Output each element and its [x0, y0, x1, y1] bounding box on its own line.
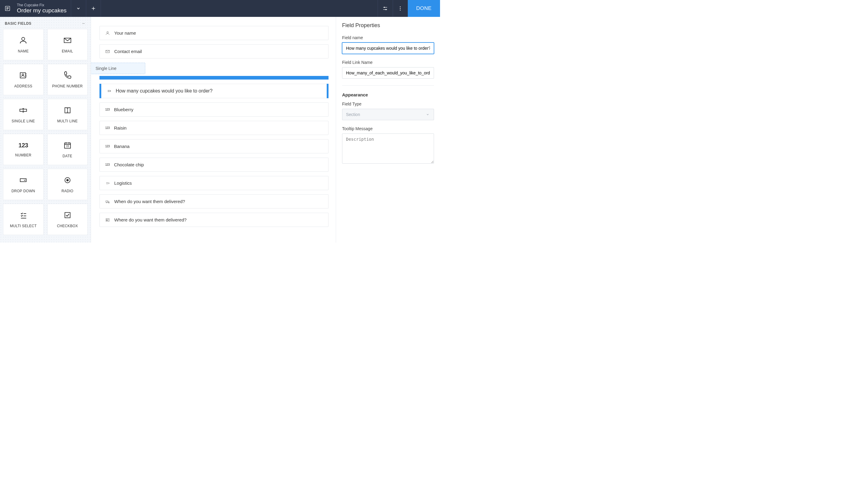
form-field-label: Your name — [114, 30, 136, 36]
radio-icon — [63, 176, 72, 185]
calendar-icon — [63, 141, 72, 150]
form-field[interactable]: 123Chocolate chip — [99, 158, 329, 172]
contact-card-icon — [19, 71, 28, 80]
palette-item-date[interactable]: DATE — [47, 134, 88, 165]
palette-item-label: PHONE NUMBER — [52, 84, 83, 88]
title-block: The Cupcake Fix Order my cupcakes — [15, 3, 71, 14]
add-form-button[interactable] — [86, 0, 101, 17]
multiselect-icon — [19, 211, 28, 220]
palette-item-label: CHECKBOX — [57, 224, 78, 228]
drag-ghost: Single Line — [91, 63, 145, 74]
form-switcher-dropdown[interactable] — [71, 0, 86, 17]
palette-item-multi-line[interactable]: MULTI LINE — [47, 99, 88, 130]
appearance-heading: Appearance — [342, 92, 434, 97]
mail-icon — [63, 36, 72, 45]
kebab-icon — [397, 5, 404, 12]
drag-ghost-label: Single Line — [96, 66, 116, 71]
palette-section-title: BASIC FIELDS — [5, 22, 31, 26]
number-123-icon: 123 — [19, 142, 28, 149]
palette-item-drop-down[interactable]: DROP DOWN — [3, 169, 44, 200]
form-field-selected[interactable]: How many cupcakes would you like to orde… — [99, 84, 329, 98]
app-header: The Cupcake Fix Order my cupcakes DONE — [0, 0, 440, 17]
palette-item-label: MULTI SELECT — [10, 224, 37, 228]
form-field-label: When do you want them delivered? — [114, 199, 185, 204]
field-link-name-input[interactable] — [342, 67, 434, 78]
divider — [342, 85, 434, 86]
form-field-label: Blueberry — [114, 107, 133, 112]
number-123-icon: 123 — [105, 144, 110, 148]
single-line-icon — [19, 106, 28, 115]
address-card-icon — [105, 218, 110, 222]
section-icon — [105, 181, 110, 186]
chevron-down-icon — [75, 5, 82, 12]
palette-item-label: NUMBER — [15, 153, 31, 157]
minus-icon — [81, 21, 86, 26]
form-field-label: Raisin — [114, 125, 127, 130]
plus-icon — [90, 5, 97, 12]
palette-item-checkbox[interactable]: CHECKBOX — [47, 204, 88, 235]
palette-item-radio[interactable]: RADIO — [47, 169, 88, 200]
form-field-label: Where do you want them delivered? — [114, 217, 187, 222]
field-name-input[interactable] — [342, 42, 434, 54]
properties-panel: Field Properties Field name Field Link N… — [336, 17, 440, 243]
palette-item-label: RADIO — [61, 189, 73, 193]
field-palette: BASIC FIELDS NAMEEMAILADDRESSPHONE NUMBE… — [0, 17, 91, 243]
form-field[interactable]: Your name — [99, 26, 329, 40]
palette-item-single-line[interactable]: SINGLE LINE — [3, 99, 44, 130]
form-field[interactable]: Logistics — [99, 176, 329, 190]
palette-item-number[interactable]: 123NUMBER — [3, 134, 44, 165]
section-icon — [107, 89, 112, 93]
chevron-down-icon — [425, 112, 430, 117]
palette-item-label: DROP DOWN — [11, 189, 35, 193]
palette-item-label: NAME — [18, 49, 29, 53]
form-field[interactable]: 123Blueberry — [99, 102, 329, 117]
form-field[interactable]: Where do you want them delivered? — [99, 213, 329, 227]
field-name-label: Field name — [342, 35, 434, 40]
form-field-label: Banana — [114, 144, 130, 149]
tooltip-message-label: Tooltip Message — [342, 126, 434, 131]
single-line-icon — [91, 66, 91, 71]
palette-item-label: SINGLE LINE — [12, 119, 35, 123]
palette-section-header[interactable]: BASIC FIELDS — [3, 20, 88, 29]
palette-item-label: ADDRESS — [14, 84, 32, 88]
form-field-label: Contact email — [114, 49, 142, 54]
form-field-label: How many cupcakes would you like to orde… — [116, 88, 213, 94]
palette-item-email[interactable]: EMAIL — [47, 29, 88, 60]
form-canvas[interactable]: Your nameContact emailSingle Line How ma… — [91, 17, 336, 243]
done-button-label: DONE — [416, 5, 432, 11]
phone-icon — [63, 71, 72, 80]
selection-indicator — [327, 84, 329, 98]
form-field-label: Chocolate chip — [114, 162, 144, 167]
user-icon — [19, 36, 28, 45]
form-field[interactable]: 123Banana — [99, 139, 329, 153]
done-button[interactable]: DONE — [408, 0, 440, 17]
more-menu-button[interactable] — [393, 0, 408, 17]
checkbox-icon — [63, 211, 72, 220]
form-field[interactable]: 123Raisin — [99, 121, 329, 135]
number-123-icon: 123 — [105, 126, 110, 130]
field-type-select[interactable]: Section — [342, 109, 434, 120]
field-type-label: Field Type — [342, 101, 434, 106]
truck-clock-icon — [105, 199, 110, 204]
form-settings-button[interactable] — [378, 0, 393, 17]
form-field[interactable]: Contact email — [99, 44, 329, 59]
number-123-icon: 123 — [105, 108, 110, 111]
palette-item-multi-select[interactable]: MULTI SELECT — [3, 204, 44, 235]
mail-icon — [105, 49, 110, 54]
user-icon — [105, 31, 110, 36]
number-123-icon: 123 — [105, 163, 110, 166]
drop-indicator — [99, 76, 329, 79]
palette-item-name[interactable]: NAME — [3, 29, 44, 60]
form-field[interactable]: When do you want them delivered? — [99, 194, 329, 208]
palette-item-label: EMAIL — [62, 49, 73, 53]
palette-item-address[interactable]: ADDRESS — [3, 64, 44, 95]
properties-title: Field Properties — [342, 22, 434, 29]
multi-line-icon — [63, 106, 72, 115]
palette-item-phone-number[interactable]: PHONE NUMBER — [47, 64, 88, 95]
sliders-icon — [382, 5, 389, 12]
field-link-name-label: Field Link Name — [342, 60, 434, 65]
dropdown-icon — [19, 176, 28, 185]
tooltip-message-input[interactable] — [342, 133, 434, 164]
form-title: Order my cupcakes — [17, 7, 67, 14]
app-logo-icon — [0, 5, 15, 12]
